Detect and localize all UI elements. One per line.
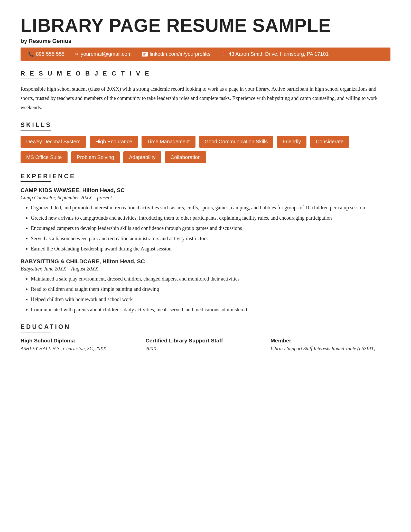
- contact-linkedin: in linkedin.com/in/yourprofile/: [142, 51, 210, 57]
- edu-credential: Certified Library Support Staff: [146, 338, 266, 344]
- skill-badge: Adaptability: [123, 151, 161, 163]
- skills-section: SKILLS Dewey Decimal SystemHigh Enduranc…: [21, 121, 390, 163]
- edu-item: MemberLibrary Support Staff Interests Ro…: [270, 338, 390, 352]
- contact-phone: 📞 895 555 555: [28, 51, 64, 57]
- experience-title: EXPERIENCE: [21, 173, 390, 180]
- job-bullet: Helped children with homework and school…: [31, 295, 390, 304]
- objective-section: R E S U M E O B J E C T I V E Responsibl…: [21, 70, 390, 112]
- address-text: 43 Aaron Smith Drive, Harrisburg, PA 171…: [229, 51, 329, 57]
- skills-title: SKILLS: [21, 121, 390, 128]
- edu-grid: High School DiplomaASHLEY HALL H.S., Cha…: [21, 338, 390, 352]
- objective-divider: [21, 79, 51, 79]
- phone-icon: 📞: [28, 51, 34, 57]
- skill-badge: Collaboration: [165, 151, 207, 163]
- job-bullet: Maintained a safe play environment, dres…: [31, 274, 390, 283]
- skill-badge: Friendly: [277, 136, 306, 148]
- job-bullet: Read to children and taught them simple …: [31, 285, 390, 293]
- objective-title: R E S U M E O B J E C T I V E: [21, 70, 390, 77]
- contact-email: ✉ youremail@gmail.com: [75, 51, 132, 57]
- edu-detail: Library Support Staff Interests Round Ta…: [270, 345, 390, 352]
- skill-badge: Problem Solving: [71, 151, 120, 163]
- email-icon: ✉: [75, 51, 79, 57]
- objective-text: Responsible high school student (class o…: [21, 84, 390, 112]
- skill-badge: Good Communication Skills: [199, 136, 274, 148]
- edu-detail: ASHLEY HALL H.S., Charleston, SC, 20XX: [21, 345, 141, 352]
- job-bullets: Maintained a safe play environment, dres…: [21, 274, 390, 314]
- job-employer: CAMP KIDS WAWSEE, Hilton Head, SC: [21, 187, 390, 194]
- skill-badge: High Endurance: [90, 136, 138, 148]
- job-bullet: Communicated with parents about children…: [31, 305, 390, 314]
- linkedin-icon: in: [142, 52, 147, 57]
- job-bullet: Served as a liaison between park and rec…: [31, 234, 390, 243]
- email-text: youremail@gmail.com: [81, 51, 132, 57]
- education-header: EDUCATION: [21, 323, 390, 332]
- job-bullet: Greeted new arrivals to campgrounds and …: [31, 213, 390, 222]
- experience-divider: [21, 181, 51, 182]
- skill-badge: Considerate: [310, 136, 349, 148]
- job-bullets: Organized, led, and promoted interest in…: [21, 203, 390, 253]
- education-title: EDUCATION: [21, 323, 390, 330]
- byline: by Resume Genius: [21, 38, 390, 44]
- contact-address: 📍 43 Aaron Smith Drive, Harrisburg, PA 1…: [221, 51, 329, 57]
- job-role: Camp Counselor, September 20XX – present: [21, 195, 390, 201]
- edu-credential: High School Diploma: [21, 338, 141, 344]
- experience-section: EXPERIENCE CAMP KIDS WAWSEE, Hilton Head…: [21, 173, 390, 314]
- skills-header: SKILLS: [21, 121, 390, 130]
- edu-detail: 20XX: [146, 345, 266, 352]
- job-entry: BABYSITTING & CHILDCARE, Hilton Head, SC…: [21, 258, 390, 314]
- education-divider: [21, 332, 51, 332]
- linkedin-text: linkedin.com/in/yourprofile/: [150, 51, 211, 57]
- job-bullet: Organized, led, and promoted interest in…: [31, 203, 390, 212]
- skill-badge: Time Management: [142, 136, 195, 148]
- edu-item: High School DiplomaASHLEY HALL H.S., Cha…: [21, 338, 141, 352]
- location-icon: 📍: [221, 51, 227, 57]
- jobs-container: CAMP KIDS WAWSEE, Hilton Head, SCCamp Co…: [21, 187, 390, 314]
- skills-grid: Dewey Decimal SystemHigh EnduranceTime M…: [21, 136, 390, 163]
- job-bullet: Encouraged campers to develop leadership…: [31, 224, 390, 232]
- skills-divider: [21, 130, 51, 130]
- job-bullet: Earned the Outstanding Leadership award …: [31, 244, 390, 253]
- education-section: EDUCATION High School DiplomaASHLEY HALL…: [21, 323, 390, 352]
- job-employer: BABYSITTING & CHILDCARE, Hilton Head, SC: [21, 258, 390, 265]
- phone-text: 895 555 555: [36, 51, 64, 57]
- edu-credential: Member: [270, 338, 390, 344]
- page-title: LIBRARY PAGE RESUME SAMPLE: [21, 15, 390, 36]
- skill-badge: Dewey Decimal System: [21, 136, 86, 148]
- experience-header: EXPERIENCE: [21, 173, 390, 182]
- edu-item: Certified Library Support Staff20XX: [146, 338, 266, 352]
- job-role: Babysitter, June 20XX – August 20XX: [21, 266, 390, 272]
- contact-bar: 📞 895 555 555 ✉ youremail@gmail.com in l…: [21, 48, 390, 61]
- skill-badge: MS Office Suite: [21, 151, 68, 163]
- job-entry: CAMP KIDS WAWSEE, Hilton Head, SCCamp Co…: [21, 187, 390, 253]
- objective-header: R E S U M E O B J E C T I V E: [21, 70, 390, 79]
